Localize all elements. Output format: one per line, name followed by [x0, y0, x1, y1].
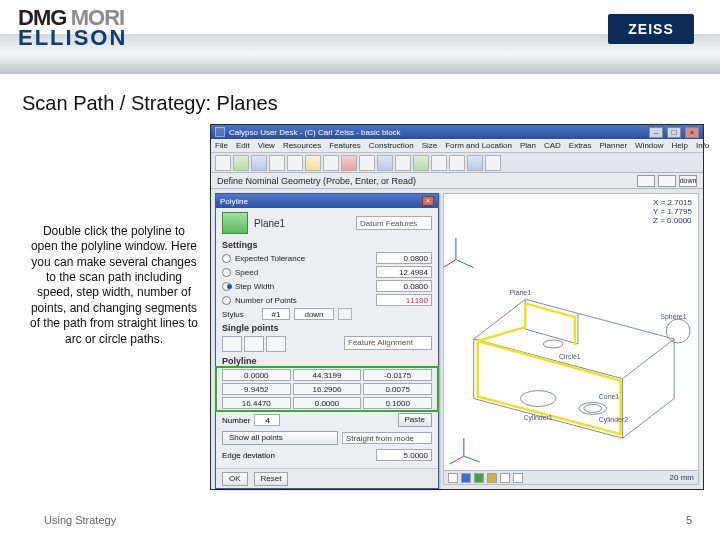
stylus-number[interactable]: #1: [262, 308, 290, 320]
single-point-tool-icon[interactable]: [222, 336, 242, 352]
grid-cell[interactable]: 44.3199: [293, 369, 362, 381]
dmg-mori-ellison-logo: DMG MORI ELLISON: [18, 8, 127, 48]
value-step-width[interactable]: 0.0800: [376, 280, 432, 292]
status-swatch[interactable]: [474, 473, 484, 483]
mode-button[interactable]: [637, 175, 655, 187]
status-swatch[interactable]: [461, 473, 471, 483]
menu-info[interactable]: Info: [696, 141, 709, 150]
menu-window[interactable]: Window: [635, 141, 663, 150]
toolbar-button[interactable]: [377, 155, 393, 171]
slide-header: DMG MORI ELLISON ZEISS: [0, 0, 720, 74]
status-swatch[interactable]: [513, 473, 523, 483]
label-stylus: Stylus: [222, 310, 258, 319]
dialog-close-button[interactable]: ×: [422, 196, 434, 206]
number-spinner[interactable]: 4: [254, 414, 280, 426]
single-point-tool-icon[interactable]: [266, 336, 286, 352]
titlebar: Calypso User Desk - (C) Carl Zeiss - bas…: [211, 125, 703, 139]
stylus-direction[interactable]: down: [294, 308, 334, 320]
grid-cell[interactable]: -0.0175: [363, 369, 432, 381]
edge-deviation-value[interactable]: 5.0000: [376, 449, 432, 461]
menu-extras[interactable]: Extras: [569, 141, 592, 150]
svg-point-4: [543, 340, 563, 348]
polyline-coord-grid[interactable]: 0.0000 44.3199 -0.0175 9.9452 16.2906 0.…: [216, 367, 438, 411]
feature-alignment-dropdown[interactable]: Feature Alignment: [344, 336, 432, 350]
mode-down[interactable]: down: [679, 175, 697, 187]
grid-cell[interactable]: 0.0000: [293, 397, 362, 409]
menu-help[interactable]: Help: [672, 141, 688, 150]
close-button[interactable]: ×: [685, 127, 699, 138]
single-point-tool-icon[interactable]: [244, 336, 264, 352]
toolbar-button[interactable]: [305, 155, 321, 171]
datum-features-dropdown[interactable]: Datum Features: [356, 216, 432, 230]
toolbar-button[interactable]: [341, 155, 357, 171]
maximize-button[interactable]: □: [667, 127, 681, 138]
menu-resources[interactable]: Resources: [283, 141, 321, 150]
toolbar-button[interactable]: [467, 155, 483, 171]
menu-construction[interactable]: Construction: [369, 141, 414, 150]
ok-button[interactable]: OK: [222, 472, 248, 486]
toolbar-button[interactable]: [287, 155, 303, 171]
stylus-browse-icon[interactable]: [338, 308, 352, 320]
status-swatch[interactable]: [448, 473, 458, 483]
menu-cad[interactable]: CAD: [544, 141, 561, 150]
svg-point-3: [584, 404, 602, 412]
value-expected-tolerance[interactable]: 0.0800: [376, 252, 432, 264]
calypso-app-window: Calypso User Desk - (C) Carl Zeiss - bas…: [210, 124, 704, 490]
toolbar-button[interactable]: [395, 155, 411, 171]
status-swatch[interactable]: [500, 473, 510, 483]
radio-speed[interactable]: [222, 268, 231, 277]
label-sphere1: Sphere1: [660, 313, 686, 321]
toolbar-button[interactable]: [449, 155, 465, 171]
minimize-button[interactable]: –: [649, 127, 663, 138]
cad-viewport[interactable]: X = 2.7015 Y = 1.7795 Z = 0.0000: [443, 193, 699, 485]
grid-cell[interactable]: 0.0075: [363, 383, 432, 395]
page-number: 5: [686, 514, 692, 526]
menu-features[interactable]: Features: [329, 141, 361, 150]
menu-plan[interactable]: Plan: [520, 141, 536, 150]
mode-button[interactable]: [658, 175, 676, 187]
readout-z: Z = 0.0000: [653, 216, 692, 225]
toolbar-button[interactable]: [251, 155, 267, 171]
define-nominal-bar: Define Nominal Geometry (Probe, Enter, o…: [211, 173, 703, 189]
grid-cell[interactable]: 16.4470: [222, 397, 291, 409]
single-points-section-label: Single points: [216, 321, 438, 334]
grid-cell[interactable]: 0.1000: [363, 397, 432, 409]
svg-line-11: [450, 456, 464, 464]
show-all-points-button[interactable]: Show all points: [222, 431, 338, 445]
menu-form-location[interactable]: Form and Location: [445, 141, 512, 150]
menu-view[interactable]: View: [258, 141, 275, 150]
toolbar-button[interactable]: [413, 155, 429, 171]
value-speed[interactable]: 12.4984: [376, 266, 432, 278]
viewport-statusbar: 20 mm: [444, 470, 698, 484]
grid-cell[interactable]: 9.9452: [222, 383, 291, 395]
grid-cell[interactable]: 16.2906: [293, 383, 362, 395]
toolbar-button[interactable]: [431, 155, 447, 171]
menu-planner[interactable]: Planner: [599, 141, 627, 150]
svg-line-7: [456, 260, 474, 268]
svg-point-1: [520, 391, 556, 407]
status-swatch[interactable]: [487, 473, 497, 483]
label-cone1: Cone1: [599, 393, 620, 400]
toolbar-button[interactable]: [323, 155, 339, 171]
menubar[interactable]: File Edit View Resources Features Constr…: [211, 139, 703, 153]
reset-button[interactable]: Reset: [254, 472, 289, 486]
toolbar-button[interactable]: [215, 155, 231, 171]
value-number-of-points[interactable]: 11180: [376, 294, 432, 306]
paste-button[interactable]: Paste: [398, 413, 432, 427]
toolbar-button[interactable]: [485, 155, 501, 171]
menu-file[interactable]: File: [215, 141, 228, 150]
straight-mode-dropdown[interactable]: Straight from mode: [342, 432, 432, 444]
toolbar-button[interactable]: [233, 155, 249, 171]
radio-step-width[interactable]: [222, 282, 231, 291]
polyline-section-label: Polyline: [216, 354, 438, 367]
scale-readout: 20 mm: [670, 473, 694, 482]
toolbar-button[interactable]: [359, 155, 375, 171]
toolbar-button[interactable]: [269, 155, 285, 171]
grid-cell[interactable]: 0.0000: [222, 369, 291, 381]
radio-number-of-points[interactable]: [222, 296, 231, 305]
window-title: Calypso User Desk - (C) Carl Zeiss - bas…: [229, 128, 645, 137]
menu-size[interactable]: Size: [422, 141, 438, 150]
menu-edit[interactable]: Edit: [236, 141, 250, 150]
number-label: Number: [222, 416, 250, 425]
radio-expected-tolerance[interactable]: [222, 254, 231, 263]
